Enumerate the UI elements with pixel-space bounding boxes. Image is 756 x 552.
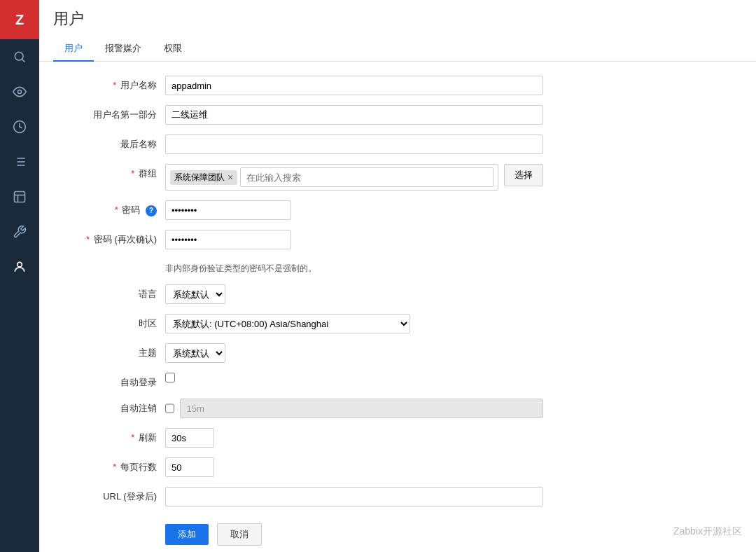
username-input[interactable]	[165, 76, 543, 95]
password-note: 非内部身份验证类型的密码不是强制的。	[165, 259, 316, 275]
form-area: * 用户名称 用户名第一部分 最后名称 * 群组	[39, 62, 756, 552]
main-content: 用户 用户 报警媒介 权限 * 用户名称 用户名第一部分 最后名称	[39, 0, 756, 552]
password-note-spacer	[53, 259, 165, 263]
password-confirm-label: * 密码 (再次确认)	[53, 230, 165, 246]
add-button[interactable]: 添加	[165, 524, 209, 545]
refresh-label: * 刷新	[53, 428, 165, 444]
firstname-input[interactable]	[165, 105, 543, 125]
theme-row: 主题 系统默认	[39, 343, 742, 363]
firstname-control	[165, 105, 543, 125]
theme-select[interactable]: 系统默认	[165, 343, 225, 363]
theme-control: 系统默认	[165, 343, 543, 363]
tab-permissions[interactable]: 权限	[153, 36, 193, 62]
sidebar-item-inventory[interactable]	[0, 144, 39, 179]
lastname-label: 最后名称	[53, 134, 165, 151]
password-help-icon[interactable]: ?	[146, 205, 157, 216]
sidebar-item-latest[interactable]	[0, 109, 39, 144]
password-confirm-row: * 密码 (再次确认)	[39, 230, 742, 249]
svg-point-12	[18, 262, 22, 267]
autologout-control	[165, 399, 543, 418]
theme-label: 主题	[53, 343, 165, 359]
firstname-label: 用户名第一部分	[53, 105, 165, 121]
autologin-label: 自动登录	[53, 373, 165, 389]
username-row: * 用户名称	[39, 76, 742, 95]
lastname-input[interactable]	[165, 134, 543, 154]
svg-line-1	[22, 60, 25, 62]
rows-control	[165, 457, 543, 477]
rows-label: * 每页行数	[53, 457, 165, 474]
tab-media[interactable]: 报警媒介	[94, 36, 153, 62]
autologin-control	[165, 373, 543, 382]
autologin-checkbox[interactable]	[165, 373, 175, 382]
timezone-select[interactable]: 系统默认: (UTC+08:00) Asia/Shanghai	[165, 314, 410, 333]
language-label: 语言	[53, 284, 165, 301]
tab-user[interactable]: 用户	[53, 36, 94, 62]
rows-row: * 每页行数	[39, 457, 742, 477]
required-star: *	[113, 80, 116, 90]
password-control	[165, 200, 543, 220]
password-input[interactable]	[165, 200, 291, 220]
language-select[interactable]: 系统默认	[165, 284, 225, 304]
autologin-row: 自动登录	[39, 373, 742, 389]
group-field[interactable]: 系统保障团队 ×	[165, 164, 498, 191]
autologout-input	[180, 399, 543, 418]
tab-bar: 用户 报警媒介 权限	[53, 36, 742, 61]
refresh-input[interactable]	[165, 428, 214, 448]
required-star-4: *	[86, 234, 90, 244]
required-star-3: *	[115, 205, 118, 215]
password-confirm-input[interactable]	[165, 230, 291, 249]
group-select-button[interactable]: 选择	[504, 164, 543, 186]
rows-input[interactable]	[165, 457, 214, 477]
sidebar-item-config[interactable]	[0, 214, 39, 249]
svg-point-2	[18, 90, 22, 94]
group-tag: 系统保障团队 ×	[170, 170, 237, 185]
url-label: URL (登录后)	[53, 487, 165, 503]
sidebar: Z	[0, 0, 39, 552]
svg-rect-10	[15, 192, 25, 202]
password-confirm-control	[165, 230, 543, 249]
password-row: * 密码 ?	[39, 200, 742, 220]
autologout-label: 自动注销	[53, 399, 165, 415]
sidebar-item-monitoring[interactable]	[0, 74, 39, 109]
url-input[interactable]	[165, 487, 543, 506]
language-control: 系统默认	[165, 284, 543, 304]
group-row: * 群组 系统保障团队 × 选择	[39, 164, 742, 191]
language-row: 语言 系统默认	[39, 284, 742, 304]
refresh-control	[165, 428, 543, 448]
autologout-row: 自动注销	[39, 399, 742, 418]
url-row: URL (登录后)	[39, 487, 742, 506]
cancel-button[interactable]: 取消	[217, 523, 262, 546]
group-search-input[interactable]	[240, 167, 493, 187]
lastname-row: 最后名称	[39, 134, 742, 154]
timezone-row: 时区 系统默认: (UTC+08:00) Asia/Shanghai	[39, 314, 742, 333]
svg-point-0	[15, 52, 23, 60]
group-tag-remove[interactable]: ×	[227, 172, 233, 183]
password-label: * 密码 ?	[53, 200, 165, 216]
refresh-row: * 刷新	[39, 428, 742, 448]
required-star-5: *	[131, 432, 134, 443]
sidebar-item-admin[interactable]	[0, 249, 39, 284]
page-header: 用户 用户 报警媒介 权限	[39, 0, 756, 62]
url-control	[165, 487, 543, 506]
firstname-row: 用户名第一部分	[39, 105, 742, 125]
group-control: 系统保障团队 × 选择	[165, 164, 543, 191]
sidebar-item-search[interactable]	[0, 39, 39, 74]
lastname-control	[165, 134, 543, 154]
app-logo[interactable]: Z	[0, 0, 39, 39]
required-star-2: *	[131, 168, 134, 179]
username-label: * 用户名称	[53, 76, 165, 92]
sidebar-item-reports[interactable]	[0, 179, 39, 214]
page-title: 用户	[53, 8, 742, 29]
timezone-control: 系统默认: (UTC+08:00) Asia/Shanghai	[165, 314, 543, 333]
required-star-6: *	[113, 462, 116, 472]
timezone-label: 时区	[53, 314, 165, 330]
group-label: * 群组	[53, 164, 165, 180]
password-note-row: 非内部身份验证类型的密码不是强制的。	[39, 259, 742, 275]
autologout-checkbox[interactable]	[165, 403, 174, 413]
group-tag-label: 系统保障团队	[174, 172, 225, 184]
username-control	[165, 76, 543, 95]
form-actions: 添加 取消	[39, 516, 742, 552]
